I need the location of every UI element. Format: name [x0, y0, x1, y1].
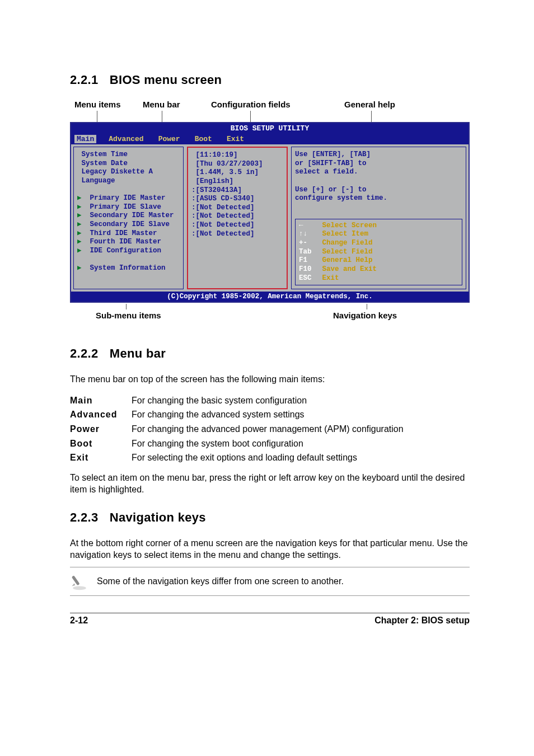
- bios-menu-item[interactable]: ▶ Secondary IDE Master: [77, 212, 180, 220]
- bios-menu-item[interactable]: ▶ Primary IDE Master: [77, 194, 180, 203]
- definition-term: Advanced: [70, 407, 132, 422]
- definition-row: BootFor changing the system boot configu…: [70, 436, 404, 451]
- callout-menu-items: Menu items: [74, 100, 121, 109]
- definition-term: Boot: [70, 436, 132, 451]
- section-2-2-3-para: At the bottom right corner of a menu scr…: [70, 537, 470, 561]
- bios-tab-main[interactable]: Main: [74, 135, 96, 143]
- bios-menu-item[interactable]: [77, 256, 180, 265]
- callout-navigation-keys: Navigation keys: [333, 311, 397, 320]
- bios-help-panel: Use [ENTER], [TAB]or [SHIFT-TAB] toselec…: [291, 147, 466, 289]
- definition-term: Power: [70, 422, 132, 436]
- submenu-arrow-icon: ▶: [77, 229, 82, 237]
- definition-row: MainFor changing the basic system config…: [70, 393, 404, 408]
- bios-config-value[interactable]: [English]: [191, 177, 283, 186]
- definition-desc: For changing the advanced power manageme…: [132, 422, 404, 436]
- definition-desc: For selecting the exit options and loadi…: [132, 450, 404, 465]
- bios-nav-key: F10 Save and Exit: [299, 265, 458, 274]
- submenu-arrow-icon: ▶: [77, 203, 82, 211]
- bios-menubar: Main Advanced Power Boot Exit: [71, 134, 469, 144]
- bios-menu-item[interactable]: Language: [77, 177, 180, 186]
- bios-menu-item[interactable]: ▶ IDE Configuration: [77, 247, 180, 256]
- bios-help-line: or [SHIFT-TAB] to: [295, 159, 462, 168]
- bios-nav-key: F1 General Help: [299, 256, 458, 265]
- submenu-arrow-icon: ▶: [77, 220, 82, 228]
- bottom-callout-row: Sub-menu items Navigation keys: [70, 306, 470, 322]
- bios-config-value[interactable]: [Thu 03/27/2003]: [191, 160, 283, 169]
- section-2-2-3-heading: 2.2.3 Navigation keys: [70, 510, 470, 525]
- submenu-arrow-icon: ▶: [77, 212, 82, 219]
- bios-menu-item[interactable]: ▶ Third IDE Master: [77, 229, 180, 238]
- definition-row: PowerFor changing the advanced power man…: [70, 422, 404, 436]
- bios-tab-power[interactable]: Power: [156, 135, 182, 143]
- callout-submenu-items: Sub-menu items: [96, 311, 161, 320]
- section-2-2-1-heading: 2.2.1 BIOS menu screen: [70, 73, 470, 87]
- definition-row: AdvancedFor changing the advanced system…: [70, 407, 404, 422]
- bios-left-panel: System Time System Date Legacy Diskette …: [73, 147, 184, 289]
- bios-config-value[interactable]: :[ST320413A]: [191, 186, 283, 195]
- bios-help-line: configure system time.: [295, 194, 462, 203]
- note-row: Some of the navigation keys differ from …: [70, 567, 470, 596]
- bios-help-line: [295, 177, 462, 186]
- submenu-arrow-icon: ▶: [77, 238, 82, 246]
- submenu-arrow-icon: ▶: [77, 194, 82, 202]
- page-number: 2-12: [70, 616, 88, 626]
- definition-row: ExitFor selecting the exit options and l…: [70, 450, 404, 465]
- bios-config-value[interactable]: :[Not Detected]: [191, 212, 283, 221]
- definition-desc: For changing the system boot configurati…: [132, 436, 404, 451]
- svg-marker-2: [72, 583, 75, 586]
- callout-config-fields: Configuration fields: [211, 100, 291, 109]
- bios-nav-key: ← Select Screen: [299, 222, 458, 231]
- bios-config-value[interactable]: :[ASUS CD-S340]: [191, 195, 283, 204]
- svg-point-0: [73, 586, 86, 590]
- bios-menu-item[interactable]: ▶ Primary IDE Slave: [77, 203, 180, 212]
- bios-tab-exit[interactable]: Exit: [224, 135, 246, 143]
- page-footer: 2-12 Chapter 2: BIOS setup: [70, 613, 470, 626]
- bios-menu-item[interactable]: ▶ Secondary IDE Slave: [77, 220, 180, 229]
- bios-config-panel: [11:10:19] [Thu 03/27/2003] [1.44M, 3.5 …: [187, 147, 288, 289]
- bios-menu-item[interactable]: ▶ System Information: [77, 264, 180, 273]
- bios-help-line: Use [+] or [-] to: [295, 186, 462, 195]
- definition-desc: For changing the basic system configurat…: [132, 393, 404, 408]
- chapter-label: Chapter 2: BIOS setup: [374, 616, 470, 626]
- definition-term: Main: [70, 393, 132, 408]
- bios-config-value[interactable]: :[Not Detected]: [191, 204, 283, 213]
- bios-screenshot: BIOS SETUP UTILITY Main Advanced Power B…: [70, 122, 470, 303]
- definition-term: Exit: [70, 450, 132, 465]
- definition-desc: For changing the advanced system setting…: [132, 407, 404, 422]
- bios-config-value[interactable]: :[Not Detected]: [191, 230, 283, 239]
- callout-general-help: General help: [344, 100, 395, 109]
- bios-help-line: Use [ENTER], [TAB]: [295, 151, 462, 159]
- bios-nav-key: ↑↓ Select Item: [299, 230, 458, 239]
- bios-menu-item[interactable]: System Date: [77, 159, 180, 168]
- bios-title: BIOS SETUP UTILITY: [71, 123, 469, 134]
- bios-tab-boot[interactable]: Boot: [193, 135, 214, 143]
- section-2-2-2-para: To select an item on the menu bar, press…: [70, 472, 470, 496]
- top-callout-row: Menu items Menu bar Configuration fields…: [70, 100, 470, 122]
- bios-menu-item[interactable]: [77, 186, 180, 195]
- section-2-2-2-heading: 2.2.2 Menu bar: [70, 346, 470, 361]
- bios-nav-key: +- Change Field: [299, 239, 458, 248]
- submenu-arrow-icon: ▶: [77, 264, 82, 272]
- menu-bar-definitions: MainFor changing the basic system config…: [70, 393, 404, 465]
- bios-menu-item[interactable]: ▶ Fourth IDE Master: [77, 238, 180, 247]
- bios-nav-key: ESC Exit: [299, 274, 458, 283]
- svg-rect-1: [72, 575, 80, 585]
- submenu-arrow-icon: ▶: [77, 247, 82, 255]
- bios-config-value[interactable]: [1.44M, 3.5 in]: [191, 168, 283, 177]
- bios-config-value[interactable]: [11:10:19]: [191, 151, 283, 160]
- callout-menu-bar: Menu bar: [143, 100, 180, 109]
- bios-nav-key: Tab Select Field: [299, 248, 458, 257]
- section-2-2-2-intro: The menu bar on top of the screen has th…: [70, 373, 470, 386]
- bios-nav-keys-box: ← Select Screen↑↓ Select Item+- Change F…: [295, 219, 462, 285]
- bios-help-line: select a field.: [295, 168, 462, 177]
- note-text: Some of the navigation keys differ from …: [97, 576, 344, 586]
- bios-config-value[interactable]: :[Not Detected]: [191, 221, 283, 230]
- bios-copyright: (C)Copyright 1985-2002, American Megatre…: [71, 292, 469, 302]
- bios-tab-advanced[interactable]: Advanced: [106, 135, 146, 143]
- bios-menu-item[interactable]: System Time: [77, 151, 180, 159]
- bios-menu-item[interactable]: Legacy Diskette A: [77, 168, 180, 177]
- pencil-icon: [70, 572, 89, 591]
